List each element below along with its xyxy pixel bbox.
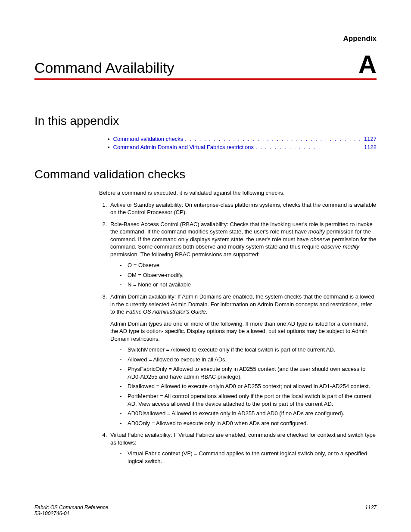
sub-item: -N = None or not available [120,281,377,289]
emphasis: modify [308,228,325,235]
sub-list: -O = Observe -OM = Observe-modify, -N = … [110,261,377,289]
sub-item: -SwitchMember = Allowed to execute only … [120,346,377,354]
list-item: Active or Standby availability: On enter… [109,201,377,216]
footer-title: Fabric OS Command Reference [34,504,108,510]
sub-text: SwitchMember = Allowed to execute only i… [128,346,335,354]
body-content: Before a command is executed, it is vali… [99,189,377,465]
dash-icon: - [120,365,123,380]
toc-heading: In this appendix [34,114,377,128]
sub-item: -Disallowed = Allowed to execute onlyin … [120,383,377,390]
dash-icon: - [120,281,123,289]
sub-list: -Virtual Fabric context (VF) = Command a… [110,450,377,465]
list-item: Admin Domain availability: If Admin Doma… [109,293,377,427]
sub-text: N = None or not available [128,281,191,289]
sub-list: -SwitchMember = Allowed to execute only … [110,346,377,427]
sub-item: -O = Observe [120,261,377,269]
dash-icon: - [120,356,123,364]
intro-text: Before a command is executed, it is vali… [99,189,377,197]
dash-icon: - [120,420,123,427]
toc-page[interactable]: 1128 [364,144,377,150]
sub-item: -AD0Disallowed = Allowed to execute only… [120,410,377,417]
item-text: Active or Standby availability: On enter… [110,202,376,216]
sub-item: -OM = Observe-modify, [120,271,377,279]
sub-item: -PortMember = All control operations all… [120,392,377,408]
item-text: permission. The following RBAC permissio… [110,251,260,258]
sub-text: AD0Only = Allowed to execute only in AD0… [128,420,308,427]
dash-icon: - [120,271,123,279]
sub-item: -AD0Only = Allowed to execute only in AD… [120,420,377,427]
section-heading: Command validation checks [34,168,377,181]
toc-leader: . . . . . . . . . . . . . . . . . . . . … [185,136,360,142]
appendix-letter: A [358,52,377,77]
ordered-list: Active or Standby availability: On enter… [99,201,377,465]
sub-item: -Allowed = Allowed to execute in all ADs… [120,356,377,364]
emphasis: observe-modify [321,243,359,250]
emphasis: observe [310,236,330,243]
emphasis: Fabric OS Administrator's Guide [126,308,206,315]
toc-link[interactable]: Command Admin Domain and Virtual Fabrics… [113,144,254,150]
sub-text: OM = Observe-modify, [128,271,184,279]
dash-icon: - [120,383,123,390]
dash-icon: - [120,450,123,465]
sub-text: O = Observe [128,261,159,269]
toc-link[interactable]: Command validation checks [113,136,184,142]
bullet-icon: • [108,144,110,150]
sub-item: -PhysFabricOnly = Allowed to execute onl… [120,365,377,380]
item-paragraph: Admin Domain types are one or more of th… [110,320,377,343]
page-footer: Fabric OS Command Reference 53-1002746-0… [34,504,377,516]
dash-icon: - [120,392,123,408]
toc-page[interactable]: 1127 [364,136,377,142]
toc-item: • Command Admin Domain and Virtual Fabri… [108,144,377,150]
sub-text: AD0Disallowed = Allowed to execute only … [128,410,344,417]
toc-list: • Command validation checks . . . . . . … [108,136,377,150]
sub-text: Virtual Fabric context (VF) = Command ap… [128,450,377,465]
page-title: Command Availability [34,59,174,76]
dash-icon: - [120,261,123,269]
toc-item: • Command validation checks . . . . . . … [108,136,377,142]
item-text: Virtual Fabric availability: If Virtual … [110,432,376,446]
sub-text: Disallowed = Allowed to execute onlyin A… [128,383,370,390]
footer-page-number: 1127 [365,504,377,516]
title-rule [34,78,377,80]
footer-left: Fabric OS Command Reference 53-1002746-0… [34,504,108,516]
list-item: Role-Based Access Control (RBAC) availab… [109,221,377,289]
sub-item: -Virtual Fabric context (VF) = Command a… [120,450,377,465]
dash-icon: - [120,346,123,354]
dash-icon: - [120,410,123,417]
bullet-icon: • [108,136,110,142]
footer-docid: 53-1002746-01 [34,510,108,516]
list-item: Virtual Fabric availability: If Virtual … [109,431,377,465]
toc-leader: . . . . . . . . . . . . . . [255,144,360,150]
sub-text: Allowed = Allowed to execute in all ADs. [128,356,227,364]
sub-text: PhysFabricOnly = Allowed to execute only… [128,365,377,380]
appendix-label: Appendix [343,34,377,43]
item-text: . [206,308,208,315]
sub-text: PortMember = All control operations allo… [128,392,377,408]
